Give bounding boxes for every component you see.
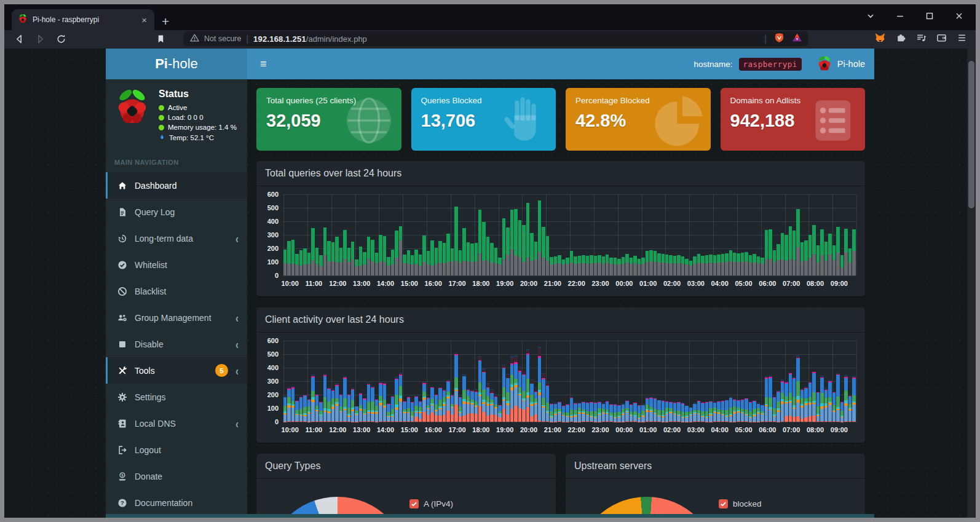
bar[interactable] xyxy=(602,341,605,422)
bar[interactable] xyxy=(475,341,478,422)
bar[interactable] xyxy=(403,194,406,275)
legend-item[interactable]: A (IPv4) xyxy=(409,499,547,508)
bar[interactable] xyxy=(737,341,740,422)
bar[interactable] xyxy=(721,341,724,422)
bar[interactable] xyxy=(391,194,394,275)
sidebar-item-donate[interactable]: $Donate xyxy=(106,463,247,489)
bar[interactable] xyxy=(331,194,334,275)
legend-item[interactable]: blocked xyxy=(719,499,856,508)
bar[interactable] xyxy=(446,194,449,275)
bar[interactable] xyxy=(558,194,561,275)
bar[interactable] xyxy=(311,341,314,422)
bar[interactable] xyxy=(836,341,839,422)
bar[interactable] xyxy=(299,194,302,275)
bar[interactable] xyxy=(646,341,649,422)
bar[interactable] xyxy=(673,194,676,275)
bar[interactable] xyxy=(502,194,505,275)
bar[interactable] xyxy=(514,341,517,422)
bar[interactable] xyxy=(422,341,425,422)
bar[interactable] xyxy=(796,341,799,422)
bar[interactable] xyxy=(609,194,612,275)
bar[interactable] xyxy=(323,341,326,422)
bar[interactable] xyxy=(757,341,760,422)
bar[interactable] xyxy=(379,194,382,275)
bar[interactable] xyxy=(633,194,636,275)
playlist-icon[interactable] xyxy=(916,33,927,45)
bar[interactable] xyxy=(617,341,620,422)
bar[interactable] xyxy=(713,194,716,275)
bar[interactable] xyxy=(550,194,553,275)
bar[interactable] xyxy=(609,341,612,422)
bar[interactable] xyxy=(828,341,831,422)
bar[interactable] xyxy=(729,194,732,275)
bar[interactable] xyxy=(705,194,708,275)
sidebar-item-group-management[interactable]: Group Management‹ xyxy=(106,304,247,331)
bar[interactable] xyxy=(828,194,831,275)
bar[interactable] xyxy=(617,194,620,275)
legend-checkbox-icon[interactable] xyxy=(719,499,728,508)
bar[interactable] xyxy=(622,341,625,422)
bar[interactable] xyxy=(467,341,470,422)
bar[interactable] xyxy=(287,341,290,422)
bar[interactable] xyxy=(633,341,636,422)
bar[interactable] xyxy=(657,194,660,275)
browser-menu-icon[interactable] xyxy=(957,33,967,45)
bar[interactable] xyxy=(649,194,652,275)
bar[interactable] xyxy=(753,341,756,422)
sidebar-item-long-term-data[interactable]: Long-term data‹ xyxy=(106,225,247,251)
bar[interactable] xyxy=(395,194,398,275)
bar[interactable] xyxy=(367,194,370,275)
total-queries-chart[interactable]: 600500400300200100010:0011:0012:0013:001… xyxy=(261,194,856,290)
bar[interactable] xyxy=(673,341,676,422)
bar[interactable] xyxy=(343,194,346,275)
bar[interactable] xyxy=(654,341,657,422)
sidebar-toggle-button[interactable]: ≡ xyxy=(256,58,271,71)
bar[interactable] xyxy=(291,341,294,422)
bar[interactable] xyxy=(820,194,823,275)
bar[interactable] xyxy=(669,194,672,275)
metamask-fox-icon[interactable] xyxy=(874,32,886,46)
bar[interactable] xyxy=(812,341,815,422)
bar[interactable] xyxy=(594,341,597,422)
bar[interactable] xyxy=(578,341,581,422)
bar[interactable] xyxy=(832,341,836,422)
bar[interactable] xyxy=(646,194,649,275)
bar[interactable] xyxy=(701,194,704,275)
bar[interactable] xyxy=(554,194,557,275)
bar[interactable] xyxy=(494,341,497,422)
bar[interactable] xyxy=(781,341,784,422)
bar[interactable] xyxy=(792,194,796,275)
bar[interactable] xyxy=(435,341,438,422)
bar[interactable] xyxy=(745,341,748,422)
bar[interactable] xyxy=(383,194,386,275)
bar[interactable] xyxy=(299,341,302,422)
client-activity-chart[interactable]: 600500400300200100010:0011:0012:0013:001… xyxy=(261,341,856,437)
bar[interactable] xyxy=(335,341,338,422)
bar[interactable] xyxy=(709,341,712,422)
bar[interactable] xyxy=(291,194,294,275)
bar[interactable] xyxy=(721,194,724,275)
bar[interactable] xyxy=(399,194,402,275)
bar[interactable] xyxy=(602,194,605,275)
bar[interactable] xyxy=(677,341,680,422)
tab-search-chevron-icon[interactable] xyxy=(864,9,877,23)
bar[interactable] xyxy=(327,194,330,275)
bar[interactable] xyxy=(697,341,700,422)
bar[interactable] xyxy=(578,194,581,275)
bar[interactable] xyxy=(510,194,513,275)
bar[interactable] xyxy=(359,194,362,275)
bar[interactable] xyxy=(566,194,569,275)
bar[interactable] xyxy=(347,194,350,275)
bar[interactable] xyxy=(486,194,489,275)
bar[interactable] xyxy=(379,341,382,422)
bar[interactable] xyxy=(606,341,609,422)
bar[interactable] xyxy=(582,341,585,422)
bar[interactable] xyxy=(510,341,513,422)
bar[interactable] xyxy=(641,194,644,275)
bar[interactable] xyxy=(590,194,593,275)
bar[interactable] xyxy=(542,194,545,275)
bar[interactable] xyxy=(713,341,716,422)
bar[interactable] xyxy=(761,194,764,275)
bar[interactable] xyxy=(773,341,776,422)
bar[interactable] xyxy=(789,341,792,422)
